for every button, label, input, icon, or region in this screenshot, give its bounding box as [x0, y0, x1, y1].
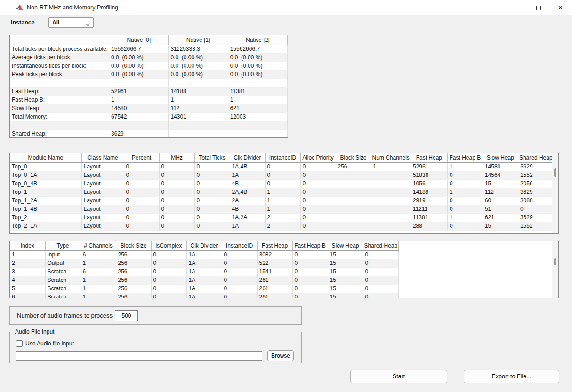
table-cell[interactable]: 0: [159, 188, 194, 196]
table-cell[interactable]: [336, 213, 371, 222]
table-cell[interactable]: 256: [116, 250, 151, 259]
table-cell[interactable]: 0: [447, 171, 483, 179]
table-cell[interactable]: 2056: [518, 179, 554, 188]
table-cell[interactable]: 1: [81, 259, 116, 267]
table-cell[interactable]: Layout: [81, 179, 124, 188]
table-cell[interactable]: 2A: [230, 196, 265, 205]
table-cell[interactable]: 0: [300, 213, 336, 222]
table-cell[interactable]: 0: [159, 222, 194, 230]
table-cell[interactable]: 1A: [186, 293, 222, 298]
table-cell[interactable]: 0: [222, 276, 257, 284]
table-cell[interactable]: 6: [81, 267, 116, 276]
table-cell[interactable]: 0: [124, 188, 159, 196]
scrollbar-thumb[interactable]: [554, 168, 556, 177]
table-cell[interactable]: 15: [483, 222, 518, 230]
table-cell[interactable]: 5: [10, 284, 45, 293]
table-cell[interactable]: 256: [116, 293, 151, 298]
browse-button[interactable]: Browse: [267, 350, 294, 361]
table-cell[interactable]: 3082: [257, 250, 292, 259]
table-cell[interactable]: 288: [411, 222, 447, 230]
table-cell[interactable]: 0: [363, 293, 399, 298]
table-cell[interactable]: [371, 188, 411, 196]
table-cell[interactable]: Input: [45, 250, 81, 259]
scrollbar-thumb[interactable]: [554, 258, 556, 265]
table-cell[interactable]: Layout: [81, 171, 124, 179]
table-cell[interactable]: 60: [483, 196, 518, 205]
table-cell[interactable]: 261: [257, 284, 292, 293]
table-cell[interactable]: 0: [159, 213, 194, 222]
table-cell[interactable]: 1: [447, 162, 483, 171]
table-cell[interactable]: 2: [265, 213, 300, 222]
export-to-file-button[interactable]: Export to File...: [464, 370, 559, 383]
table-cell[interactable]: 15: [483, 179, 518, 188]
table-cell[interactable]: 11211: [411, 205, 447, 213]
table-cell[interactable]: 256: [116, 259, 151, 267]
table-cell[interactable]: 0: [300, 205, 336, 213]
table-cell[interactable]: 256: [336, 162, 371, 171]
table-cell[interactable]: Layout: [81, 162, 124, 171]
table-cell[interactable]: 1056: [411, 179, 447, 188]
table-cell[interactable]: 3088: [518, 196, 554, 205]
table-cell[interactable]: 0: [159, 171, 194, 179]
table-cell[interactable]: Top_2: [10, 213, 81, 222]
table-cell[interactable]: 2: [10, 259, 45, 267]
table-cell[interactable]: 1A: [186, 250, 222, 259]
table-cell[interactable]: Scratch: [45, 276, 81, 284]
table-cell[interactable]: 1: [447, 188, 483, 196]
table-cell[interactable]: 0: [159, 205, 194, 213]
table-cell[interactable]: 0: [447, 222, 483, 230]
table-cell[interactable]: 0: [124, 162, 159, 171]
table-cell[interactable]: 1541: [257, 267, 292, 276]
table-cell[interactable]: 1A,2A: [230, 213, 265, 222]
audio-file-path-input[interactable]: [16, 351, 262, 361]
table-cell[interactable]: 3629: [518, 213, 554, 222]
table-cell[interactable]: 1: [81, 276, 116, 284]
table-cell[interactable]: 0: [194, 162, 230, 171]
table-cell[interactable]: 256: [116, 284, 151, 293]
buffers-vertical-scrollbar[interactable]: [552, 241, 558, 298]
table-cell[interactable]: [336, 196, 371, 205]
table-cell[interactable]: 0: [518, 205, 554, 213]
table-cell[interactable]: Top_1_4B: [10, 205, 81, 213]
table-cell[interactable]: Layout: [81, 196, 124, 205]
table-cell[interactable]: 0: [194, 171, 230, 179]
frames-count-input[interactable]: [115, 310, 138, 321]
table-cell[interactable]: [371, 196, 411, 205]
table-cell[interactable]: [371, 222, 411, 230]
table-cell[interactable]: 0: [222, 284, 257, 293]
table-cell[interactable]: 0: [222, 293, 257, 298]
table-cell[interactable]: Top_1: [10, 188, 81, 196]
table-cell[interactable]: 0: [124, 222, 159, 230]
table-cell[interactable]: Top_1_2A: [10, 196, 81, 205]
table-cell[interactable]: 256: [116, 276, 151, 284]
table-cell[interactable]: 0: [222, 259, 257, 267]
table-cell[interactable]: Output: [45, 259, 81, 267]
table-cell[interactable]: 0: [194, 196, 230, 205]
table-cell[interactable]: 0: [124, 171, 159, 179]
table-cell[interactable]: Layout: [81, 205, 124, 213]
table-cell[interactable]: 0: [265, 162, 300, 171]
table-cell[interactable]: 0: [151, 250, 186, 259]
table-cell[interactable]: 522: [257, 259, 292, 267]
table-cell[interactable]: 0: [292, 267, 328, 276]
table-cell[interactable]: 0: [124, 179, 159, 188]
table-cell[interactable]: [336, 188, 371, 196]
instance-dropdown[interactable]: All: [48, 17, 94, 28]
table-cell[interactable]: 4B: [230, 205, 265, 213]
table-cell[interactable]: 0: [159, 179, 194, 188]
table-cell[interactable]: 3629: [518, 162, 554, 171]
table-cell[interactable]: [336, 222, 371, 230]
table-cell[interactable]: Layout: [81, 213, 124, 222]
table-cell[interactable]: 0: [151, 259, 186, 267]
table-cell[interactable]: 1: [265, 188, 300, 196]
table-cell[interactable]: 0: [159, 162, 194, 171]
table-cell[interactable]: 0: [194, 222, 230, 230]
table-cell[interactable]: 0: [151, 276, 186, 284]
table-cell[interactable]: 0: [363, 259, 399, 267]
table-cell[interactable]: 1: [10, 250, 45, 259]
table-cell[interactable]: 0: [151, 284, 186, 293]
table-cell[interactable]: 0: [124, 213, 159, 222]
table-cell[interactable]: 6: [10, 293, 45, 298]
table-cell[interactable]: Scratch: [45, 284, 81, 293]
table-cell[interactable]: 1A: [186, 284, 222, 293]
